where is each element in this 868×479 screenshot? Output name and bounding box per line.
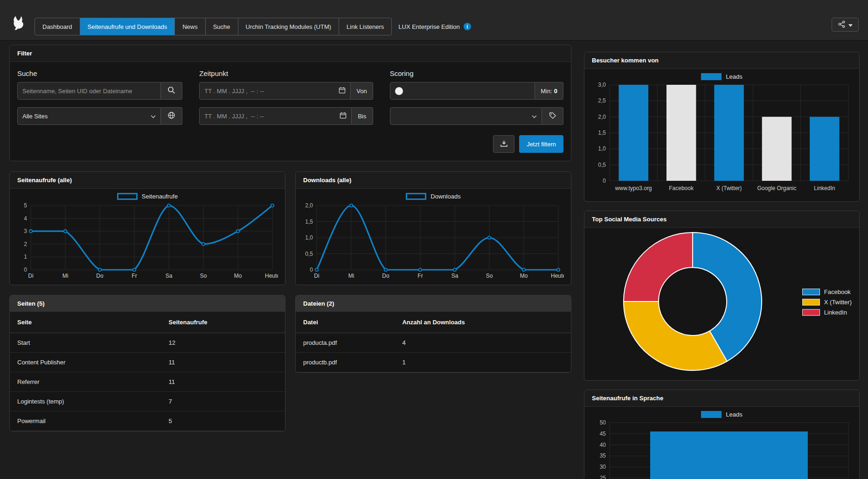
svg-text:0,5: 0,5 bbox=[598, 162, 606, 168]
category-tag-button[interactable] bbox=[542, 107, 563, 125]
legend-label: Downloads bbox=[431, 193, 460, 200]
svg-text:2,5: 2,5 bbox=[598, 97, 606, 104]
seitenaufrufe-chart-panel: Seitenaufrufe (alle) Seitenaufrufe 01234… bbox=[9, 171, 285, 285]
table-cell: Start bbox=[10, 333, 161, 353]
table-row: producta.pdf4 bbox=[296, 333, 571, 353]
share-icon bbox=[838, 21, 845, 29]
table-cell: Logintests (temp) bbox=[10, 392, 161, 411]
edition-label: LUX Enterprise Edition bbox=[398, 23, 460, 30]
svg-text:40: 40 bbox=[599, 442, 606, 448]
table-cell: 12 bbox=[161, 333, 285, 353]
sprache-bar-chart: 05101520253035404550 bbox=[592, 420, 852, 479]
tab-seitenaufrufe-und-downloads[interactable]: Seitenaufrufe und Downloads bbox=[80, 18, 175, 35]
svg-text:Mo: Mo bbox=[234, 273, 242, 279]
svg-text:0: 0 bbox=[310, 267, 313, 273]
date-from-button[interactable]: Von bbox=[351, 82, 373, 100]
chart-legend[interactable]: Seitenaufrufe bbox=[10, 189, 285, 200]
date-to-button[interactable]: Bis bbox=[352, 107, 373, 125]
legend-swatch bbox=[117, 193, 138, 200]
chevron-down-icon bbox=[532, 112, 537, 120]
svg-text:45: 45 bbox=[599, 431, 606, 437]
tag-icon bbox=[549, 112, 556, 121]
search-icon bbox=[167, 86, 175, 96]
svg-text:35: 35 bbox=[599, 452, 606, 459]
tab-link-listeners[interactable]: Link Listeners bbox=[339, 18, 391, 35]
svg-text:4: 4 bbox=[24, 215, 27, 222]
table-row: Content Publisher11 bbox=[10, 353, 285, 372]
legend-swatch bbox=[802, 299, 820, 305]
svg-text:0: 0 bbox=[24, 267, 27, 273]
lux-fox-logo bbox=[12, 15, 23, 34]
svg-text:0: 0 bbox=[603, 178, 606, 184]
category-select[interactable] bbox=[390, 107, 542, 125]
tab-dashboard[interactable]: Dashboard bbox=[35, 18, 80, 35]
legend-item[interactable]: X (Twitter) bbox=[802, 299, 852, 306]
calendar-icon[interactable] bbox=[339, 87, 346, 96]
scoring-min-display: Min: 0 bbox=[535, 82, 563, 100]
panel-title: Seitenaufrufe (alle) bbox=[10, 172, 285, 189]
svg-text:1,5: 1,5 bbox=[305, 219, 313, 225]
legend-swatch bbox=[802, 288, 820, 295]
svg-text:So: So bbox=[486, 273, 493, 279]
export-download-button[interactable] bbox=[493, 135, 514, 153]
share-menu-button[interactable] bbox=[832, 18, 859, 32]
dateien-table: DateiAnzahl an Downloadsproducta.pdf4pro… bbox=[296, 312, 571, 372]
svg-text:30: 30 bbox=[599, 464, 606, 470]
chevron-down-icon bbox=[151, 112, 156, 120]
search-button[interactable] bbox=[161, 82, 182, 100]
filter-time-column: Zeitpunkt Von bbox=[199, 69, 373, 125]
slider-handle[interactable] bbox=[395, 87, 403, 95]
table-cell: productb.pdf bbox=[296, 353, 395, 372]
legend-item[interactable]: LinkedIn bbox=[802, 309, 852, 316]
filter-scoring-column: Scoring Min: 0 bbox=[390, 69, 563, 125]
svg-text:Do: Do bbox=[96, 273, 104, 279]
tab-suche[interactable]: Suche bbox=[206, 18, 238, 35]
legend-label: Facebook bbox=[824, 288, 851, 295]
scoring-slider[interactable] bbox=[390, 82, 535, 100]
date-from-input[interactable] bbox=[204, 88, 335, 95]
svg-text:3,0: 3,0 bbox=[598, 82, 606, 88]
globe-icon bbox=[167, 111, 175, 121]
time-label: Zeitpunkt bbox=[199, 69, 373, 77]
tab-news[interactable]: News bbox=[175, 18, 206, 35]
site-globe-button[interactable] bbox=[161, 107, 182, 125]
search-input[interactable] bbox=[22, 88, 156, 95]
svg-text:5: 5 bbox=[24, 202, 27, 209]
date-to-input[interactable] bbox=[204, 113, 335, 120]
chart-legend[interactable]: Leads bbox=[584, 69, 859, 80]
table-row: productb.pdf1 bbox=[296, 353, 571, 372]
svg-text:2,0: 2,0 bbox=[305, 202, 313, 209]
jetzt-filtern-button[interactable]: Jetzt filtern bbox=[519, 135, 563, 153]
table-row: Logintests (temp)7 bbox=[10, 392, 285, 411]
right-column: Besucher kommen von Leads 00,51,01,52,02… bbox=[584, 52, 860, 479]
legend-label: Leads bbox=[726, 411, 742, 418]
scoring-label: Scoring bbox=[390, 69, 563, 77]
date-to-control bbox=[199, 107, 351, 125]
column-header: Datei bbox=[296, 312, 395, 333]
svg-text:Sa: Sa bbox=[451, 273, 458, 279]
table-title: Dateien (2) bbox=[296, 295, 571, 312]
svg-text:0,5: 0,5 bbox=[305, 251, 313, 257]
svg-text:1: 1 bbox=[24, 253, 27, 260]
svg-text:1,5: 1,5 bbox=[598, 130, 606, 136]
seitenaufrufe-line-chart: 012345DiMiDoFrSaSoMoHeute bbox=[17, 202, 278, 281]
calendar-icon[interactable] bbox=[340, 112, 347, 121]
column-header: Seite bbox=[10, 312, 161, 333]
tab-urchin-tracking-modules-utm[interactable]: Urchin Tracking Modules (UTM) bbox=[238, 18, 340, 35]
legend-item[interactable]: Facebook bbox=[802, 288, 852, 295]
panel-title: Besucher kommen von bbox=[584, 52, 859, 69]
info-icon[interactable]: i bbox=[464, 23, 471, 30]
caret-down-icon bbox=[848, 21, 853, 28]
table-cell: 5 bbox=[161, 411, 285, 431]
chart-legend[interactable]: Downloads bbox=[296, 189, 571, 200]
chart-legend[interactable]: Leads bbox=[584, 407, 859, 418]
legend-label: X (Twitter) bbox=[824, 299, 852, 306]
svg-text:25: 25 bbox=[599, 475, 606, 479]
svg-text:Fr: Fr bbox=[417, 273, 423, 279]
search-label: Suche bbox=[17, 69, 182, 77]
site-select[interactable]: Alle Sites bbox=[17, 107, 161, 125]
table-title: Seiten (5) bbox=[10, 295, 285, 312]
column-header: Seitenaufrufe bbox=[161, 312, 285, 333]
panel-title: Seitenaufrufe in Sprache bbox=[584, 390, 859, 407]
besucher-chart-panel: Besucher kommen von Leads 00,51,01,52,02… bbox=[584, 52, 860, 202]
